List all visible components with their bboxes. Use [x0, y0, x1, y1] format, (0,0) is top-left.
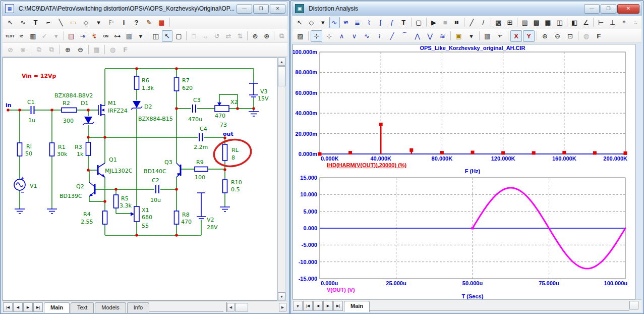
schematic-titlebar[interactable]: ▦ C:\MC9\DATA\Petrov\switching distortio…	[2, 2, 288, 16]
wire-mode[interactable]: ∿	[17, 17, 29, 28]
minimize-button[interactable]: —	[237, 4, 252, 14]
zoom-area-icon[interactable]: ⊡	[564, 30, 576, 42]
schematic-label[interactable]: 55	[142, 223, 149, 229]
tab-text[interactable]: Text	[71, 302, 94, 313]
schematic-label[interactable]: IRFZ24	[108, 108, 128, 114]
pin-numbers-icon[interactable]: ▥	[28, 30, 38, 42]
pause-button[interactable]: ▮▮	[451, 17, 462, 28]
pss-icon[interactable]: 'P'	[494, 30, 506, 42]
schematic-label[interactable]: R9	[196, 159, 204, 166]
help-mode[interactable]: ?	[131, 17, 142, 28]
schematic-label[interactable]: X2	[230, 99, 238, 106]
schematic-label[interactable]: R4	[83, 211, 91, 218]
schematic-canvas[interactable]: Vin = 12VpinC11uBZX884-B8V2R2300D1M1IRFZ…	[3, 57, 277, 301]
schematic-label[interactable]: D1	[81, 100, 88, 107]
schematic-label[interactable]: 1.3k	[142, 85, 154, 91]
schematic-label[interactable]: in	[6, 102, 12, 109]
schematic-label[interactable]: 470u	[188, 116, 202, 123]
grid-text-icon[interactable]: TEXT	[5, 30, 15, 42]
font-icon[interactable]: F	[593, 30, 605, 42]
power-display-icon[interactable]: ↯	[89, 30, 99, 42]
numeric-output-icon[interactable]: ▦	[482, 30, 493, 42]
zoom-in-icon[interactable]: ⊕	[62, 44, 74, 56]
select-cursor-icon[interactable]: ↖	[162, 30, 172, 42]
schematic-label[interactable]: 470	[181, 219, 192, 225]
schematic-label[interactable]: Q2	[76, 183, 84, 190]
grid-vertical-icon[interactable]: ▥	[519, 17, 530, 28]
tab-main[interactable]: Main	[344, 301, 370, 312]
grid-display-icon[interactable]: ▦	[124, 30, 134, 42]
performance-icon[interactable]: ▨	[295, 30, 306, 42]
zoom-in-icon[interactable]: ⊕	[539, 30, 551, 42]
find-part-icon[interactable]: ⊚	[250, 30, 260, 42]
nav-button[interactable]: ▶	[23, 302, 33, 312]
condition-display-icon[interactable]: ON	[100, 30, 111, 42]
high-icon[interactable]: ∿	[361, 30, 373, 42]
schematic-label[interactable]: R1	[58, 144, 66, 150]
nav-button[interactable]: ▶	[323, 301, 333, 311]
select-tool[interactable]: ↖	[295, 17, 305, 28]
component-mode[interactable]: ▭	[68, 17, 79, 28]
grid-both-icon[interactable]: ▦	[543, 17, 553, 28]
schematic-label[interactable]: RL	[231, 147, 239, 153]
schematic-label[interactable]: 15V	[258, 95, 269, 102]
nav-button[interactable]: ◀	[313, 301, 323, 311]
schematic-label[interactable]: 100	[195, 174, 205, 181]
schematic-label[interactable]: 3.3k	[120, 202, 132, 209]
separate-plots-icon[interactable]: ≋	[341, 17, 352, 28]
analysis-titlebar[interactable]: ▣ Distortion Analysis — ❐ ✕	[292, 2, 642, 16]
zoom-out-icon[interactable]: ⊖	[552, 30, 563, 42]
schematic-label[interactable]: BD139C	[60, 193, 82, 199]
nav-button[interactable]: ▼	[293, 301, 303, 311]
data-points-icon[interactable]: ▩	[493, 17, 504, 28]
hscroll-thumb[interactable]	[629, 301, 638, 309]
ruler-grid-icon[interactable]: ⊞	[505, 17, 515, 28]
shape-mode[interactable]: ◇	[80, 17, 92, 28]
flag-mode[interactable]: ⚐	[105, 17, 117, 28]
orthogonal-wire-mode[interactable]: ⌐	[42, 17, 54, 28]
close-button[interactable]: ✕	[270, 4, 285, 14]
schematic-label[interactable]: R6	[142, 77, 149, 84]
schematic-label[interactable]: Q3	[164, 159, 172, 166]
stack-plots-icon[interactable]: ≣	[352, 17, 363, 28]
schematic-label[interactable]: 1k	[77, 151, 84, 158]
power-icon[interactable]: ▦	[156, 17, 167, 28]
select-curve-icon[interactable]: ∿	[329, 17, 340, 28]
schematic-vscrollbar[interactable]: ▲ ▼	[277, 57, 286, 301]
split-plot-icon[interactable]: ◧	[569, 17, 580, 28]
part-dropdown[interactable]: ▾	[465, 30, 477, 42]
grid-dropdown[interactable]: ▾	[135, 30, 146, 42]
schematic-label[interactable]: BZX884-B15	[138, 116, 173, 122]
schematic-label[interactable]: X1	[142, 207, 149, 214]
select-tool[interactable]: ↖	[5, 17, 16, 28]
browser-icon[interactable]: ✎	[143, 17, 155, 28]
nav-button[interactable]: ◀	[13, 302, 23, 312]
scroll-down-button[interactable]: ▼	[278, 292, 285, 300]
schematic-label[interactable]: 28V	[207, 224, 218, 231]
schematic-label[interactable]: Vin = 12Vp	[22, 73, 56, 79]
schematic-label[interactable]: 30k	[57, 151, 68, 158]
scroll-left-button[interactable]: ◀	[227, 303, 235, 311]
schematic-label[interactable]: 2.2m	[194, 144, 208, 150]
overlay-plots-icon[interactable]: ⌇	[364, 17, 374, 28]
schematic-label[interactable]: MJL1302C	[105, 168, 133, 174]
scroll-right-button[interactable]: ▶	[279, 303, 286, 311]
slope-icon[interactable]: ∠	[581, 17, 592, 28]
schematic-label[interactable]: D2	[144, 103, 152, 110]
scale-curve-icon[interactable]: ∫	[375, 17, 386, 28]
pin-connection-icon[interactable]: ⊶	[112, 30, 123, 42]
tab-models[interactable]: Models	[95, 302, 126, 313]
inflection-icon[interactable]: ⌒	[399, 30, 411, 42]
schematic-label[interactable]: R7	[182, 77, 190, 84]
nav-button[interactable]: ▶|	[333, 301, 343, 311]
schematic-label[interactable]: R3	[75, 144, 82, 150]
current-display-icon[interactable]: ⇥	[78, 30, 88, 42]
schematic-label[interactable]: V1	[30, 183, 37, 189]
schematic-hscrollbar[interactable]: ◀ ▶	[226, 302, 287, 312]
schematic-label[interactable]: BZX884-B8V2	[54, 92, 93, 99]
info-mode[interactable]: i	[118, 17, 130, 28]
minimize-button[interactable]: —	[584, 4, 600, 14]
envelope-icon[interactable]: ≋	[437, 30, 448, 42]
scale-y-icon[interactable]: Y	[523, 30, 535, 42]
schematic-label[interactable]: 73	[220, 122, 227, 128]
